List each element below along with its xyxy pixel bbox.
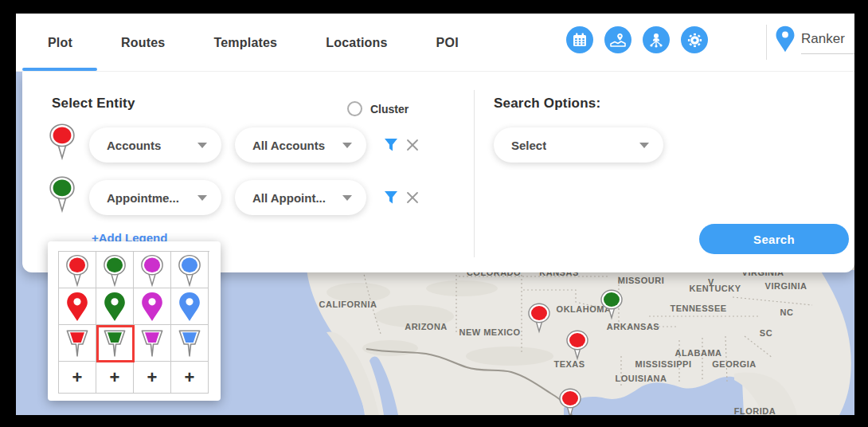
- entity-type-dropdown-1[interactable]: Accounts: [89, 127, 221, 163]
- marker-teardrop-blue[interactable]: [171, 288, 209, 325]
- search-options-select[interactable]: Select: [494, 127, 663, 163]
- screenshot-frame: CALIFORNIAARIZONANEW MEXICOCOLORADOKANSA…: [0, 0, 868, 427]
- search-options-value: Select: [511, 139, 546, 152]
- tab-plot[interactable]: Plot: [48, 36, 72, 50]
- active-tab-indicator: [22, 68, 97, 71]
- tab-poi[interactable]: POI: [436, 36, 459, 50]
- map-label-missouri: MISSOURI: [618, 276, 664, 285]
- search-options-title: Search Options:: [494, 96, 600, 112]
- select-entity-title: Select Entity: [52, 96, 135, 112]
- nav-tabs: Plot Routes Templates Locations POI: [48, 14, 459, 72]
- chevron-down-icon: [197, 195, 207, 201]
- entity-row-pin-red: [47, 121, 77, 164]
- map-label-florida: FLORIDA: [734, 406, 776, 415]
- plus-icon: +: [72, 369, 83, 386]
- map-label-oklahoma: OKLAHOMA: [557, 304, 612, 314]
- map-label-nc: NC: [780, 308, 794, 317]
- search-button[interactable]: Search: [699, 224, 849, 254]
- map-location-icon[interactable]: [604, 26, 631, 53]
- marker-teardrop-red[interactable]: [59, 288, 96, 325]
- entity-type-dropdown-2[interactable]: Appointme...: [89, 180, 221, 215]
- chevron-down-icon: [342, 143, 352, 148]
- entity-type-value: Accounts: [107, 139, 161, 152]
- entity-row-pin-green: [47, 174, 77, 217]
- entity-filter-value: All Accounts: [252, 139, 325, 152]
- marker-balloon-blue[interactable]: [171, 252, 209, 288]
- chevron-down-icon: [639, 143, 649, 148]
- filter-funnel-icon-1[interactable]: [384, 138, 398, 155]
- marker-pushpin-magenta[interactable]: [134, 325, 171, 362]
- marker-teardrop-magenta[interactable]: [134, 288, 171, 325]
- entity-filter-value: All Appoint...: [252, 191, 326, 205]
- marker-balloon-green[interactable]: [96, 252, 134, 288]
- tab-locations[interactable]: Locations: [326, 36, 387, 50]
- top-navigation: Plot Routes Templates Locations POI: [16, 14, 854, 72]
- map-label-new-mexico: NEW MEXICO: [459, 327, 520, 337]
- plus-icon: +: [147, 369, 158, 386]
- route-share-icon[interactable]: [643, 26, 670, 53]
- map-label-alabama: ALABAMA: [674, 348, 721, 358]
- map-label-tennessee: TENNESSEE: [670, 304, 726, 313]
- location-pin-icon: [775, 25, 796, 56]
- marker-picker-popup: ++++: [48, 241, 221, 401]
- plus-icon: +: [110, 369, 120, 386]
- filter-funnel-icon-2[interactable]: [384, 190, 398, 208]
- marker-pushpin-red[interactable]: [59, 325, 96, 362]
- add-marker-button-green[interactable]: +: [96, 362, 134, 394]
- marker-pushpin-green[interactable]: [96, 325, 134, 362]
- calendar-icon[interactable]: [566, 26, 593, 53]
- map-label-arizona: ARIZONA: [405, 322, 448, 331]
- map-label-louisiana: LOUISIANA: [616, 374, 667, 383]
- add-marker-button-magenta[interactable]: +: [134, 362, 171, 394]
- map-label-mississippi: MISSISSIPPI: [635, 359, 692, 369]
- map-label-georgia: GEORGIA: [712, 359, 756, 369]
- marker-balloon-red[interactable]: [59, 252, 96, 288]
- plus-icon: +: [185, 369, 195, 386]
- cluster-label: Cluster: [370, 103, 409, 116]
- remove-row-icon-2[interactable]: [406, 191, 419, 207]
- tab-routes[interactable]: Routes: [121, 36, 165, 50]
- chevron-down-icon: [342, 195, 352, 201]
- cluster-radio[interactable]: [347, 101, 362, 116]
- remove-row-icon-1[interactable]: [406, 139, 419, 155]
- add-marker-button-red[interactable]: +: [59, 362, 96, 394]
- settings-icon[interactable]: [681, 26, 708, 53]
- marker-balloon-magenta[interactable]: [134, 252, 171, 288]
- map-label-virginia: VIRGINIA: [765, 281, 807, 291]
- map-label-arkansas: ARKANSAS: [607, 322, 659, 331]
- add-marker-button-blue[interactable]: +: [171, 362, 209, 394]
- marker-teardrop-green[interactable]: [96, 288, 134, 325]
- entity-type-value: Appointme...: [107, 191, 179, 205]
- tab-templates[interactable]: Templates: [213, 36, 277, 50]
- marker-grid: ++++: [58, 251, 209, 394]
- entity-filter-dropdown-2[interactable]: All Appoint...: [235, 180, 366, 215]
- header-divider: [766, 25, 767, 60]
- cluster-toggle[interactable]: Cluster: [347, 101, 409, 116]
- map-label-california: CALIFORNIA: [319, 300, 377, 309]
- map-label-kentucky: KENTUCKY: [689, 284, 741, 293]
- marker-pushpin-blue[interactable]: [171, 325, 209, 362]
- chevron-down-icon: [197, 143, 207, 148]
- location-search-input[interactable]: [801, 31, 854, 54]
- map-label-texas: TEXAS: [553, 359, 585, 369]
- panel-divider: [474, 90, 475, 257]
- app-viewport: CALIFORNIAARIZONANEW MEXICOCOLORADOKANSA…: [16, 14, 854, 415]
- entity-filter-dropdown-1[interactable]: All Accounts: [235, 127, 366, 163]
- map-label-sc: SC: [760, 328, 772, 338]
